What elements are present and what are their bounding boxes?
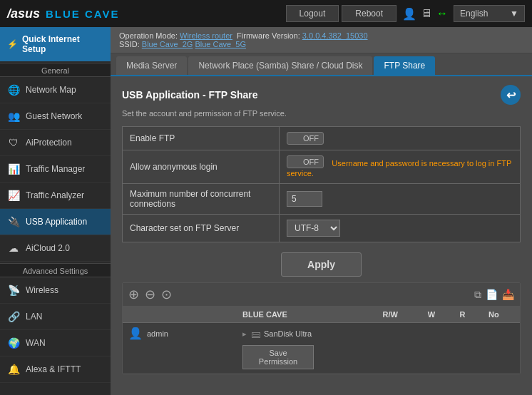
anon-login-toggle[interactable]: OFF bbox=[287, 155, 324, 168]
refresh-button[interactable]: ⊙ bbox=[161, 287, 172, 302]
ftp-toolbar: ⊕ ⊖ ⊙ ⧉ 📄 📥 bbox=[123, 283, 520, 307]
table-row: Enable FTP OFF bbox=[123, 127, 521, 150]
download-icon[interactable]: 📥 bbox=[502, 289, 514, 301]
user-icon: 👤 bbox=[402, 7, 416, 21]
table-row: 👤 admin ▸ 🖴 SanDisk Ultra Sav bbox=[123, 323, 520, 374]
tab-bar: Media Server Network Place (Samba) Share… bbox=[111, 53, 532, 76]
operation-mode-label: Operation Mode: bbox=[119, 31, 180, 40]
ssid-2g[interactable]: Blue Cave_2G bbox=[142, 40, 193, 48]
info-bar: Operation Mode: Wireless router Firmware… bbox=[111, 27, 532, 53]
charset-select[interactable]: UTF-8 UTF-16 ASCII bbox=[287, 220, 340, 237]
monitor-icon: 🖥 bbox=[421, 7, 432, 20]
max-conn-label: Maximum number of concurrent connections bbox=[123, 184, 280, 215]
section-desc: Set the account and permission of FTP se… bbox=[122, 109, 521, 118]
toggle-label: OFF bbox=[303, 134, 319, 143]
sidebar-item-network-map[interactable]: 🌐 Network Map bbox=[0, 77, 111, 103]
disk-cell: ▸ 🖴 SanDisk Ultra Save Permission bbox=[237, 323, 377, 374]
sidebar-item-label: WAN bbox=[26, 338, 46, 348]
user-column-header bbox=[123, 307, 237, 323]
sidebar-item-wan[interactable]: 🌍 WAN bbox=[0, 330, 111, 356]
add-account-button[interactable]: ⊕ bbox=[128, 287, 139, 302]
charset-label: Character set on FTP Server bbox=[123, 215, 280, 242]
asus-logo: /asus bbox=[7, 6, 40, 21]
sidebar-item-traffic-analyzer[interactable]: 📈 Traffic Analyzer bbox=[0, 183, 111, 209]
aiprotection-icon: 🛡 bbox=[7, 136, 20, 149]
tab-media-server[interactable]: Media Server bbox=[116, 56, 187, 75]
sidebar-item-usb-application[interactable]: 🔌 USB Application bbox=[0, 209, 111, 235]
header: /asus BLUE CAVE Logout Reboot 👤 🖥 ↔ Engl… bbox=[0, 0, 532, 27]
sidebar-item-wireless[interactable]: 📡 Wireless bbox=[0, 277, 111, 304]
ssid-label: SSID: bbox=[119, 40, 142, 48]
anon-login-label: Allow anonymous login bbox=[123, 150, 280, 184]
sidebar-item-label: AiProtection bbox=[26, 138, 72, 148]
language-selector[interactable]: English ▼ bbox=[454, 5, 525, 22]
disk-name: SanDisk Ultra bbox=[264, 329, 312, 338]
r-column-header: R bbox=[454, 307, 483, 323]
anon-login-cell: OFF Username and password is necessary t… bbox=[280, 150, 521, 184]
operation-mode-value[interactable]: Wireless router bbox=[180, 31, 232, 40]
alexa-icon: 🔔 bbox=[7, 363, 20, 376]
file-icon[interactable]: 📄 bbox=[486, 289, 498, 301]
enable-ftp-label: Enable FTP bbox=[123, 127, 280, 150]
header-nav: Logout Reboot bbox=[286, 5, 397, 22]
back-button[interactable]: ↩ bbox=[501, 85, 521, 105]
sidebar-item-label: USB Application bbox=[26, 217, 87, 227]
tab-ftp-share[interactable]: FTP Share bbox=[374, 56, 435, 75]
ftp-access-control: ⊕ ⊖ ⊙ ⧉ 📄 📥 BLUE CAVE bbox=[122, 282, 521, 374]
sidebar-item-aiprotection[interactable]: 🛡 AiProtection bbox=[0, 130, 111, 156]
toggle-dot bbox=[292, 158, 300, 166]
max-connections-input[interactable] bbox=[287, 191, 322, 207]
reboot-button[interactable]: Reboot bbox=[342, 5, 397, 22]
sidebar-item-label: Wireless bbox=[26, 285, 58, 295]
toggle-label: OFF bbox=[303, 158, 319, 166]
sidebar-advanced-section: Advanced Settings bbox=[0, 263, 111, 277]
wireless-icon: 📡 bbox=[7, 284, 20, 297]
disk-item: ▸ 🖴 SanDisk Ultra bbox=[242, 328, 371, 339]
no-cell bbox=[483, 323, 520, 374]
enable-ftp-toggle[interactable]: OFF bbox=[287, 132, 324, 145]
sidebar-item-lan[interactable]: 🔗 LAN bbox=[0, 304, 111, 330]
rw-column-header: R/W bbox=[377, 307, 421, 323]
sidebar-item-qis[interactable]: ⚡ Quick Internet Setup bbox=[0, 27, 111, 61]
traffic-manager-icon: 📊 bbox=[7, 163, 20, 175]
w-cell bbox=[422, 323, 454, 374]
tab-network-place[interactable]: Network Place (Samba) Share / Cloud Disk bbox=[188, 56, 372, 75]
user-info: 👤 admin bbox=[128, 327, 231, 340]
firmware-value[interactable]: 3.0.0.4.382_15030 bbox=[302, 31, 368, 40]
sidebar-item-alexa[interactable]: 🔔 Alexa & IFTTT bbox=[0, 356, 111, 383]
brand-name: BLUE CAVE bbox=[46, 8, 120, 20]
ssid-5g[interactable]: Blue Cave_5G bbox=[195, 40, 246, 48]
logout-button[interactable]: Logout bbox=[286, 5, 339, 22]
blue-cave-column-header: BLUE CAVE bbox=[237, 307, 377, 323]
enable-ftp-cell: OFF bbox=[280, 127, 521, 150]
sidebar-item-guest-network[interactable]: 👥 Guest Network bbox=[0, 103, 111, 130]
content-panel: USB Application - FTP Share ↩ Set the ac… bbox=[111, 76, 532, 395]
wan-icon: 🌍 bbox=[7, 337, 20, 349]
apply-button[interactable]: Apply bbox=[281, 252, 362, 277]
username: admin bbox=[147, 329, 168, 338]
network-map-icon: 🌐 bbox=[7, 83, 20, 96]
traffic-analyzer-icon: 📈 bbox=[7, 189, 20, 202]
user-cell: 👤 admin bbox=[123, 323, 237, 374]
rw-cell bbox=[377, 323, 421, 374]
chevron-down-icon: ▼ bbox=[510, 9, 518, 19]
lan-icon: 🔗 bbox=[7, 310, 20, 323]
save-permission-button[interactable]: Save Permission bbox=[242, 345, 314, 369]
sidebar-item-label: Alexa & IFTTT bbox=[26, 364, 81, 374]
remove-account-button[interactable]: ⊖ bbox=[145, 287, 155, 302]
sidebar-general-section: General bbox=[0, 63, 111, 77]
r-cell bbox=[454, 323, 483, 374]
sidebar-item-aicloud[interactable]: ☁ AiCloud 2.0 bbox=[0, 235, 111, 262]
max-conn-cell bbox=[280, 184, 521, 215]
charset-cell: UTF-8 UTF-16 ASCII bbox=[280, 215, 521, 242]
sidebar-item-traffic-manager[interactable]: 📊 Traffic Manager bbox=[0, 156, 111, 183]
sidebar-item-label: LAN bbox=[26, 312, 42, 322]
main-panel: Operation Mode: Wireless router Firmware… bbox=[111, 27, 532, 395]
copy-icon[interactable]: ⧉ bbox=[474, 289, 481, 301]
table-row: Maximum number of concurrent connections bbox=[123, 184, 521, 215]
guest-network-icon: 👥 bbox=[7, 110, 20, 123]
table-row: Character set on FTP Server UTF-8 UTF-16… bbox=[123, 215, 521, 242]
sidebar-item-label: Network Map bbox=[26, 85, 76, 95]
usb-application-icon: 🔌 bbox=[7, 215, 20, 228]
user-avatar-icon: 👤 bbox=[128, 327, 143, 340]
